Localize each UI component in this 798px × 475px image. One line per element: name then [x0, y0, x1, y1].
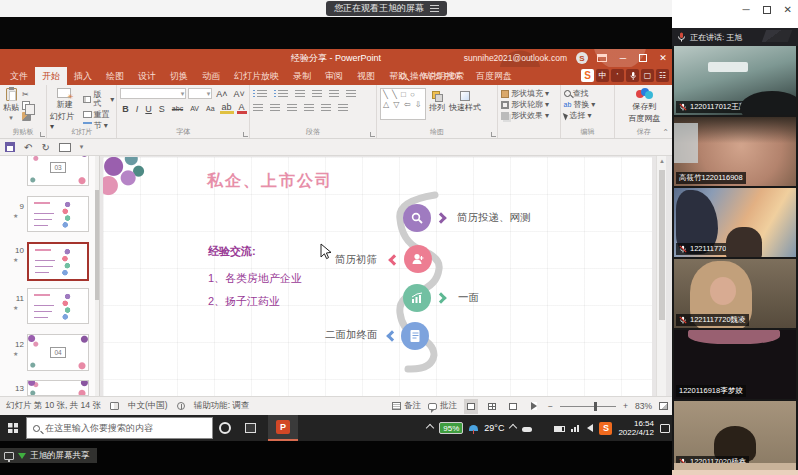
grow-font-button[interactable]: A˄ — [214, 89, 229, 99]
thumbnail-scrollbar[interactable] — [95, 156, 99, 396]
text-shadow-button[interactable]: S — [157, 104, 167, 114]
save-to-baidu-button[interactable]: 保存到 百度网盘 — [618, 88, 670, 124]
drawing-dialog-launcher[interactable] — [491, 132, 496, 137]
step-label[interactable]: 简历投递、网测 — [457, 211, 531, 225]
participant-tile-6[interactable]: 1220117020杨鑫 — [674, 401, 796, 470]
shapes-gallery[interactable]: ╲ ╲ □ ○△ ▽ ⇦ ⇩ — [380, 88, 426, 120]
zoom-percent[interactable]: 83% — [635, 401, 652, 411]
replace-button[interactable]: ab替换 ▾ — [564, 100, 613, 109]
change-case-button[interactable]: Aa — [204, 105, 217, 112]
tray-expand-icon[interactable] — [509, 424, 517, 432]
collapse-ribbon-icon[interactable]: ⌃ — [662, 128, 669, 137]
justify-button[interactable] — [304, 104, 314, 113]
character-spacing-button[interactable]: AV — [188, 105, 201, 112]
step-circle-final-interview[interactable] — [401, 322, 429, 350]
step-circle-first-interview[interactable] — [403, 284, 431, 312]
cortana-button[interactable] — [219, 422, 231, 434]
fit-slide-button[interactable] — [659, 402, 668, 410]
restore-button[interactable] — [639, 54, 647, 62]
screen-share-badge[interactable]: 王旭的屏幕共享 — [0, 448, 97, 463]
account-email[interactable]: sunnihe2021@outlook.com — [464, 53, 567, 63]
scroll-up-icon[interactable]: ▲ — [659, 158, 665, 164]
slideshow-view-button[interactable] — [527, 399, 541, 414]
align-center-button[interactable] — [270, 104, 280, 113]
start-button[interactable] — [0, 415, 26, 441]
participant-tile-2[interactable]: 高筱竹1220116908 — [674, 117, 796, 186]
start-slideshow-button[interactable] — [59, 143, 71, 152]
participant-tile-3[interactable]: 1221117707许子荷 — [674, 188, 796, 257]
convert-smartart-button[interactable] — [338, 104, 348, 113]
slide-sorter-view-button[interactable] — [485, 399, 499, 414]
thumbnail-slide-12[interactable]: 04 — [27, 334, 89, 371]
taskbar-chevron-icon[interactable] — [426, 424, 434, 432]
cut-button[interactable]: ✂ — [22, 90, 31, 99]
ribbon-display-options-icon[interactable] — [597, 54, 607, 62]
step-label[interactable]: 简历初筛 — [335, 253, 377, 267]
arrange-button[interactable]: 排列 — [429, 88, 445, 120]
normal-view-button[interactable] — [464, 399, 478, 414]
participant-tile-1[interactable]: 1220117012王禹婷 — [674, 46, 796, 115]
step-circle-screening[interactable] — [404, 245, 432, 273]
thumbnail-slide-10-selected[interactable] — [27, 242, 89, 281]
slide-position-indicator[interactable]: 幻灯片 第 10 张, 共 14 张 — [6, 400, 101, 412]
paste-button[interactable]: 粘贴 ▾ — [3, 88, 19, 122]
quick-styles-button[interactable]: 快速样式 — [448, 88, 482, 120]
font-dialog-launcher[interactable] — [243, 132, 248, 137]
zoom-slider-thumb[interactable] — [594, 402, 597, 411]
zoom-in-button[interactable]: + — [623, 401, 628, 411]
find-button[interactable]: 查找 — [564, 89, 613, 98]
volume-icon[interactable] — [587, 424, 593, 432]
ime-mic-icon[interactable] — [626, 69, 639, 82]
participant-tile-4[interactable]: 1221117720魏凌 — [674, 259, 796, 328]
temperature-indicator[interactable]: 29°C — [484, 423, 504, 433]
thumbnail-slide-13[interactable] — [27, 380, 89, 396]
text-direction-button[interactable] — [346, 90, 356, 99]
zoom-out-button[interactable]: − — [548, 401, 553, 411]
highlight-color-button[interactable]: ab — [220, 103, 234, 114]
slide-bullet-1[interactable]: 1、各类房地产企业 — [208, 271, 302, 286]
align-right-button[interactable] — [287, 104, 297, 113]
tab-transitions[interactable]: 切换 — [163, 67, 195, 85]
tab-review[interactable]: 审阅 — [318, 67, 350, 85]
paragraph-dialog-launcher[interactable] — [370, 132, 375, 137]
spellcheck-icon[interactable] — [110, 402, 119, 410]
watching-banner[interactable]: 您正在观看王旭的屏幕 — [326, 1, 447, 16]
notes-button[interactable]: 备注 — [392, 400, 421, 412]
sogou-ime-icon[interactable]: S — [581, 69, 594, 82]
copy-button[interactable] — [22, 101, 30, 110]
tab-slideshow[interactable]: 幻灯片放映 — [227, 67, 286, 85]
font-size-box[interactable]: ▾ — [188, 88, 212, 99]
banner-menu-icon[interactable] — [430, 5, 439, 12]
tell-me-search[interactable]: 操作说明搜索 — [400, 67, 464, 85]
line-spacing-button[interactable] — [329, 90, 339, 99]
tab-insert[interactable]: 插入 — [67, 67, 99, 85]
tab-animations[interactable]: 动画 — [195, 67, 227, 85]
taskbar-clock[interactable]: 16:54 2022/4/12 — [618, 419, 654, 437]
account-avatar[interactable]: S — [576, 52, 588, 64]
battery-icon[interactable] — [554, 426, 565, 432]
ime-mode-chinese[interactable]: 中 — [596, 69, 609, 82]
tab-draw[interactable]: 绘图 — [99, 67, 131, 85]
tab-baidu-netdisk[interactable]: 百度网盘 — [469, 67, 519, 85]
tab-home[interactable]: 开始 — [35, 67, 67, 85]
slide-bullet-2[interactable]: 2、扬子江药业 — [208, 294, 280, 309]
ime-punctuation-icon[interactable]: ’ — [611, 69, 624, 82]
accessibility-status[interactable]: 辅助功能: 调查 — [194, 400, 250, 412]
close-button[interactable]: ✕ — [656, 53, 670, 63]
increase-indent-button[interactable] — [312, 90, 322, 99]
sidebar-minimize-button[interactable]: ─ — [743, 4, 750, 15]
reset-button[interactable]: 重置 — [83, 110, 115, 119]
zoom-slider[interactable] — [560, 402, 616, 411]
thumbnail-slide-8[interactable]: 03 — [27, 156, 89, 186]
underline-button[interactable]: U — [143, 104, 154, 114]
font-name-box[interactable]: ▾ — [120, 88, 186, 99]
tab-record[interactable]: 录制 — [286, 67, 318, 85]
action-center-icon[interactable] — [660, 424, 670, 433]
shape-fill-button[interactable]: 形状填充 ▾ — [501, 89, 558, 98]
weather-icon[interactable] — [469, 425, 478, 431]
sogou-tray-icon[interactable]: S — [599, 422, 612, 435]
shape-outline-button[interactable]: 形状轮廓 ▾ — [501, 100, 558, 109]
language-indicator[interactable]: 中文(中国) — [128, 400, 168, 412]
ime-fullhalf-icon[interactable]: ▢ — [641, 69, 654, 82]
thumbnail-slide-9[interactable] — [27, 196, 89, 232]
